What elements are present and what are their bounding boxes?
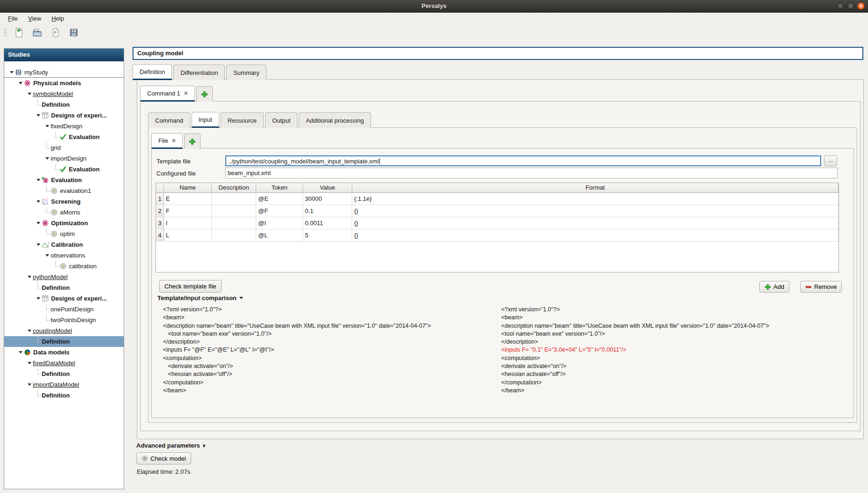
cell-value[interactable]: 30000 bbox=[303, 193, 352, 205]
tree-item-definition[interactable]: Definition bbox=[4, 282, 124, 293]
tree-item-importdesign[interactable]: importDesign bbox=[4, 153, 124, 164]
configured-file-input[interactable]: beam_input.xml bbox=[225, 168, 838, 178]
cell-token[interactable]: @E bbox=[256, 193, 303, 205]
cell-token[interactable]: @I bbox=[256, 217, 303, 229]
expander-icon[interactable] bbox=[44, 157, 51, 160]
add-tab-button[interactable] bbox=[184, 133, 200, 149]
expander-icon[interactable] bbox=[44, 254, 51, 257]
tree-item-couplingmodel[interactable]: couplingModel bbox=[4, 325, 124, 336]
cell-name[interactable]: I bbox=[164, 217, 212, 229]
tree-item-symbolicmodel[interactable]: symbolicModel bbox=[4, 88, 124, 99]
tree-item-physical-models[interactable]: Physical models bbox=[4, 78, 124, 88]
tree-item-optim[interactable]: optim bbox=[4, 228, 124, 239]
new-document-icon[interactable] bbox=[13, 27, 25, 38]
tree-item-optimization[interactable]: Optimization bbox=[4, 218, 124, 228]
import-script-icon[interactable] bbox=[49, 27, 61, 38]
cell-description[interactable] bbox=[212, 229, 256, 242]
tree-item-mystudy[interactable]: myStudy bbox=[4, 67, 124, 78]
cell-format[interactable]: {:1.1e} bbox=[352, 193, 838, 205]
tree-item-definition[interactable]: Definition bbox=[4, 368, 124, 379]
save-icon[interactable] bbox=[67, 27, 80, 38]
tree-item-screening[interactable]: Screening bbox=[4, 196, 124, 207]
template-file-input[interactable]: ../python/test/coupling_model/beam_input… bbox=[225, 155, 821, 166]
cell-name[interactable]: F bbox=[164, 205, 212, 217]
cell-format[interactable]: {} bbox=[352, 229, 838, 242]
close-icon[interactable]: × bbox=[172, 138, 176, 143]
section-tab-ressource[interactable]: Ressource bbox=[221, 112, 264, 128]
tree-item-grid[interactable]: grid bbox=[4, 142, 124, 153]
add-tab-button[interactable] bbox=[196, 86, 213, 102]
expander-icon[interactable] bbox=[26, 383, 33, 386]
tree-item-definition[interactable]: Definition bbox=[4, 336, 124, 347]
cell-token[interactable]: @F bbox=[256, 205, 303, 217]
cell-name[interactable]: L bbox=[164, 229, 212, 242]
close-icon[interactable]: × bbox=[857, 2, 865, 10]
tree-item-evaluation[interactable]: Evaluation bbox=[4, 164, 124, 175]
expander-icon[interactable] bbox=[26, 93, 33, 95]
close-icon[interactable]: × bbox=[184, 91, 188, 96]
menu-file[interactable]: File bbox=[3, 14, 23, 23]
cell-format[interactable]: {} bbox=[352, 217, 838, 229]
command-tab-command-1[interactable]: Command 1× bbox=[140, 86, 195, 102]
cell-token[interactable]: @L bbox=[256, 229, 303, 242]
tab-differentiation[interactable]: Differentiation bbox=[173, 65, 225, 80]
tree-item-evaluation[interactable]: Evaluation bbox=[4, 132, 124, 142]
cell-value[interactable]: 0.0011 bbox=[303, 217, 352, 229]
tree-item-data-models[interactable]: Data models bbox=[4, 347, 124, 358]
expander-icon[interactable] bbox=[44, 125, 51, 127]
cell-description[interactable] bbox=[212, 217, 256, 229]
tree-item-designs-of-experi[interactable]: Designs of experi... bbox=[4, 110, 124, 121]
tree-item-fixeddesign[interactable]: fixedDesign bbox=[4, 121, 124, 132]
row-number[interactable]: 2 bbox=[156, 205, 164, 217]
tree-item-evaluation[interactable]: Evaluation bbox=[4, 175, 124, 185]
menu-help[interactable]: Help bbox=[46, 14, 69, 23]
tree-item-calibration[interactable]: calibration bbox=[4, 261, 124, 272]
menu-view[interactable]: View bbox=[23, 14, 46, 23]
maximize-icon[interactable]: □ bbox=[847, 2, 854, 10]
tree-item-fixeddatamodel[interactable]: fixedDataModel bbox=[4, 358, 124, 368]
cell-format[interactable]: {} bbox=[352, 205, 838, 217]
tree-item-definition[interactable]: Definition bbox=[4, 390, 124, 401]
expander-icon[interactable] bbox=[35, 114, 42, 117]
cell-description[interactable] bbox=[212, 193, 256, 205]
check-model-button[interactable]: Check model bbox=[136, 452, 191, 464]
tree-item-amorris[interactable]: aMorris bbox=[4, 207, 124, 218]
tree-item-importdatamodel[interactable]: importDataModel bbox=[4, 379, 124, 390]
cell-description[interactable] bbox=[212, 205, 256, 217]
tree-item-onepointdesign[interactable]: onePointDesign bbox=[4, 304, 124, 315]
tree-item-observations[interactable]: observations bbox=[4, 250, 124, 261]
expander-icon[interactable] bbox=[26, 276, 33, 278]
comparison-section-header[interactable]: Template/input comparison bbox=[157, 294, 243, 302]
expander-icon[interactable] bbox=[17, 351, 24, 353]
section-tab-additional-processing[interactable]: Additional processing bbox=[299, 112, 371, 128]
cell-name[interactable]: E bbox=[164, 193, 212, 205]
tree-item-definition[interactable]: Definition bbox=[4, 99, 124, 110]
row-number[interactable]: 4 bbox=[156, 229, 164, 242]
expander-icon[interactable] bbox=[17, 82, 24, 84]
tree-item-evaluation1[interactable]: evaluation1 bbox=[4, 185, 124, 196]
section-tab-command[interactable]: Command bbox=[148, 112, 190, 128]
expander-icon[interactable] bbox=[26, 330, 33, 332]
check-template-file-button[interactable]: Check template file bbox=[159, 280, 222, 293]
open-folder-icon[interactable] bbox=[31, 27, 43, 38]
expander-icon[interactable] bbox=[35, 200, 42, 203]
browse-button[interactable]: ... bbox=[824, 155, 837, 166]
expander-icon[interactable] bbox=[35, 179, 42, 181]
expander-icon[interactable] bbox=[8, 71, 15, 74]
expander-icon[interactable] bbox=[35, 297, 42, 300]
tree-item-designs-of-experi[interactable]: Designs of experi... bbox=[4, 293, 124, 304]
tab-summary[interactable]: Summary bbox=[226, 65, 267, 80]
expander-icon[interactable] bbox=[35, 222, 42, 224]
advanced-parameters-header[interactable]: Advanced parameters bbox=[136, 442, 206, 449]
remove-button[interactable]: Remove bbox=[800, 281, 842, 293]
expander-icon[interactable] bbox=[35, 243, 42, 246]
tree-item-pythonmodel[interactable]: pythonModel bbox=[4, 272, 124, 282]
minimize-icon[interactable]: ─ bbox=[837, 2, 844, 10]
tree-item-twopointsdesign[interactable]: twoPointsDesign bbox=[4, 315, 124, 325]
cell-value[interactable]: 0.1 bbox=[303, 205, 352, 217]
section-tab-output[interactable]: Output bbox=[265, 112, 297, 128]
add-button[interactable]: Add bbox=[759, 281, 789, 293]
expander-icon[interactable] bbox=[26, 362, 33, 364]
row-number[interactable]: 1 bbox=[156, 193, 164, 205]
tab-definition[interactable]: Definition bbox=[133, 64, 172, 80]
